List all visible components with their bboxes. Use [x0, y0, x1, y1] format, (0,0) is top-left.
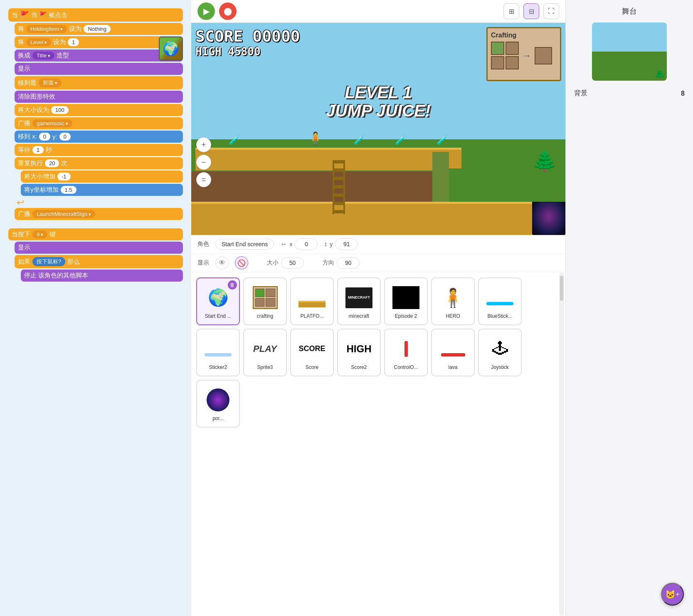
sprite-joystick[interactable]: 🕹 Joystick: [478, 329, 522, 376]
block-when-flag[interactable]: 当 🚩 当 🚩 被点击: [8, 8, 183, 22]
scrollbar-thumb[interactable]: [560, 276, 563, 301]
sprite-label-episode2: Episode 2: [393, 312, 419, 320]
play-button[interactable]: ▶: [197, 2, 215, 20]
launch-dropdown[interactable]: LaunchMinecraftSign: [32, 210, 95, 218]
block-set-level[interactable]: 将 Level 设为 1: [15, 36, 183, 48]
fullscreen-button[interactable]: ⛶: [543, 3, 559, 19]
block-if-mouse[interactable]: 如果 按下鼠标? 那么: [15, 255, 183, 268]
dir-group: 方向: [323, 257, 360, 269]
stage-canvas: SCORE 00000 HIGH 45800 Crafting → LEVEL …: [191, 23, 565, 235]
sprite-sprite3[interactable]: PLAY Sprite3: [243, 329, 287, 376]
sprite-lava[interactable]: lava: [431, 329, 475, 376]
sprite-thumb-sticker2: [204, 334, 233, 364]
zoom-in-button[interactable]: +: [196, 137, 211, 152]
sprite-sticker2[interactable]: Sticker2: [196, 329, 240, 376]
sprite-thumb-hero: 🧍: [439, 283, 468, 312]
y-input[interactable]: [335, 238, 358, 250]
sprite-control[interactable]: ControlO...: [384, 329, 428, 376]
layout2-button[interactable]: ⊟: [523, 3, 539, 19]
sprite-label-hero: HERO: [444, 312, 462, 320]
right-panel: 舞台 🌲 背景 8 🐱 +: [565, 0, 693, 616]
sprite-portal[interactable]: por...: [196, 380, 240, 428]
add-sprite-icon: 🐱: [665, 589, 676, 599]
sprite-minecraft[interactable]: MINECRAFT minecraft: [337, 277, 381, 325]
game-title: LEVEL 1 JUMP JUICE!: [326, 83, 431, 120]
block-set-size[interactable]: 将大小设为 100: [15, 104, 183, 116]
sprite-platform[interactable]: PLATFO...: [290, 277, 334, 325]
visible-button[interactable]: 👁: [215, 256, 229, 270]
sprite-delete-icon[interactable]: 🗑: [228, 280, 237, 289]
layout1-button[interactable]: ⊞: [503, 3, 519, 19]
sprite-episode2[interactable]: Episode 2: [384, 277, 428, 325]
sprite-thumb-sprite3: PLAY: [251, 334, 280, 364]
block-group-2: 当按下 9 键 显示 如果 按下鼠标? 那么 停止 该角色的其他脚本: [8, 228, 183, 282]
sprite-start-end[interactable]: 🗑 🌍 Start End ...: [196, 277, 240, 325]
block-show[interactable]: 显示: [15, 63, 183, 75]
level-dropdown[interactable]: Level: [26, 38, 51, 46]
block-stop[interactable]: 停止 该角色的其他脚本: [21, 270, 183, 282]
zoom-reset-button[interactable]: =: [196, 172, 211, 187]
loop-end-arrow: ↩: [17, 197, 183, 208]
sprite-label-lava: lava: [446, 364, 459, 371]
zoom-out-button[interactable]: −: [196, 155, 211, 170]
block-change-y[interactable]: 将y坐标增加 1.5: [21, 184, 183, 196]
gamemusic-dropdown[interactable]: gamemusic: [32, 119, 72, 127]
y-coord-group: ↕ y: [324, 238, 358, 250]
hero-char: 🧍: [308, 131, 323, 146]
score-display: SCORE 00000 HIGH 45800: [195, 27, 300, 58]
bg-count: 8: [681, 90, 685, 97]
sprite-label-platform: PLATFO...: [299, 312, 326, 320]
block-clear-effects[interactable]: 清除图形特效: [15, 91, 183, 103]
y-zero: 0: [59, 133, 71, 141]
block-switch-costume[interactable]: 换成 Title 造型: [15, 49, 183, 62]
block-goto-xy[interactable]: 移到 x: 0 y: 0: [15, 131, 183, 143]
sprite-label-score2: Score2: [349, 364, 368, 371]
sprite-crafting[interactable]: crafting: [243, 277, 287, 325]
title-dropdown[interactable]: Title: [32, 52, 54, 59]
craft-cell-4: [506, 56, 519, 69]
portal-overlay: [532, 198, 565, 235]
block-broadcast-launch[interactable]: 广播 LaunchMinecraftSign: [15, 208, 183, 220]
level-value: 1: [68, 38, 79, 46]
hidden-button[interactable]: 🚫: [235, 256, 248, 270]
sprite-thumb-score2: HIGH: [345, 334, 374, 364]
front-dropdown[interactable]: 前面: [39, 78, 62, 87]
sprite-score[interactable]: SCORE Score: [290, 329, 334, 376]
block-show-2[interactable]: 显示: [15, 242, 183, 254]
sprite-bluestick[interactable]: BlueStick...: [478, 277, 522, 325]
block-key-9[interactable]: 当按下 9 键: [8, 228, 183, 240]
sprite-score2[interactable]: HIGH Score2: [337, 329, 381, 376]
stop-button[interactable]: ⬤: [219, 2, 237, 20]
title-line1: LEVEL 1: [326, 83, 431, 101]
key9-dropdown[interactable]: 9: [32, 230, 47, 238]
add-sprite-button[interactable]: 🐱 +: [661, 583, 684, 606]
potion-3: 🧪: [395, 135, 406, 146]
zoom-controls: + − =: [196, 137, 211, 187]
sprite-thumb-platform: [298, 283, 327, 312]
block-wait[interactable]: 等待 1 秒: [15, 144, 183, 156]
block-change-size[interactable]: 将大小增加 -1: [21, 171, 183, 183]
repeat-20: 20: [45, 159, 59, 167]
craft-result-cell: [535, 47, 552, 64]
sprite-thumb-episode2: [392, 283, 421, 312]
crafting-box: Crafting →: [486, 27, 561, 81]
bg-label: 背景: [574, 85, 587, 102]
dir-input[interactable]: [337, 257, 360, 269]
ladder: [333, 160, 345, 214]
y-label: y: [330, 241, 333, 247]
size-input[interactable]: [281, 257, 304, 269]
block-set-holding[interactable]: 将 HoldingItem 设为 Nothing: [15, 23, 183, 35]
block-broadcast-music[interactable]: 广播 gamemusic: [15, 117, 183, 129]
block-label: 当 🚩 被点击: [31, 11, 67, 19]
sprite-name[interactable]: Start End screens: [215, 239, 274, 250]
holding-item-dropdown[interactable]: HoldingItem: [26, 25, 67, 33]
potion-2: 🧪: [353, 135, 365, 146]
block-move-front[interactable]: 移到最 前面: [15, 76, 183, 89]
sprite-hero[interactable]: 🧍 HERO: [431, 277, 475, 325]
sprite-label-control: ControlO...: [392, 364, 419, 371]
block-repeat[interactable]: 重复执行 20 次: [15, 157, 183, 169]
sprite-thumb-lava: [439, 334, 468, 364]
stage-thumbnail[interactable]: 🌲: [592, 22, 667, 81]
x-input[interactable]: [295, 238, 318, 250]
toolbar: ▶ ⬤ ⊞ ⊟ ⛶: [191, 0, 565, 23]
